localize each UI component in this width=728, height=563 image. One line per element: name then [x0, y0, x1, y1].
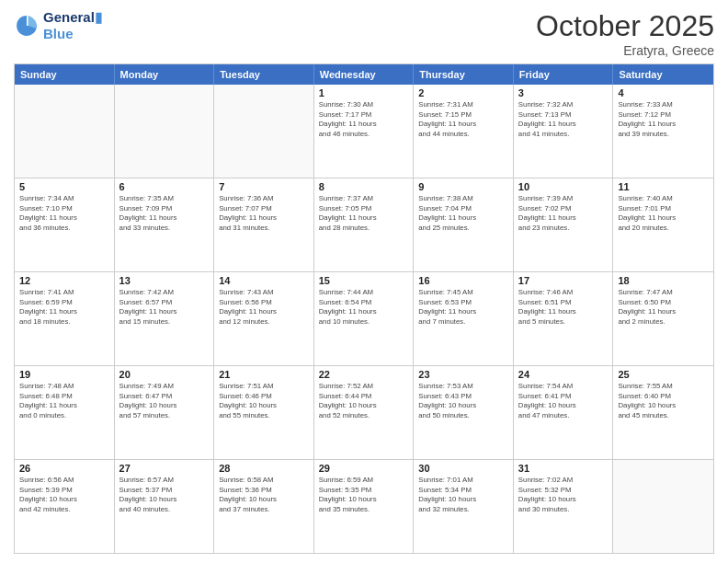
day-info: Sunrise: 6:57 AM Sunset: 5:37 PM Dayligh…	[119, 476, 210, 514]
day-number: 26	[19, 463, 109, 474]
day-info: Sunrise: 7:42 AM Sunset: 6:57 PM Dayligh…	[119, 288, 210, 327]
day-cell-22: 22Sunrise: 7:52 AM Sunset: 6:44 PM Dayli…	[314, 366, 415, 459]
day-number: 3	[518, 87, 609, 98]
calendar: SundayMondayTuesdayWednesdayThursdayFrid…	[14, 63, 714, 554]
day-number: 7	[219, 181, 309, 192]
day-cell-19: 19Sunrise: 7:48 AM Sunset: 6:48 PM Dayli…	[15, 366, 115, 459]
day-header-sunday: Sunday	[15, 64, 115, 85]
day-header-tuesday: Tuesday	[214, 64, 314, 85]
day-number: 20	[119, 369, 210, 380]
day-number: 12	[19, 275, 109, 286]
day-info: Sunrise: 7:37 AM Sunset: 7:05 PM Dayligh…	[319, 194, 409, 233]
day-cell-17: 17Sunrise: 7:46 AM Sunset: 6:51 PM Dayli…	[514, 272, 614, 365]
day-info: Sunrise: 7:30 AM Sunset: 7:17 PM Dayligh…	[319, 100, 409, 139]
day-cell-29: 29Sunrise: 6:59 AM Sunset: 5:35 PM Dayli…	[314, 460, 415, 553]
day-cell-26: 26Sunrise: 6:56 AM Sunset: 5:39 PM Dayli…	[15, 460, 115, 553]
logo-text: General▮ Blue	[43, 9, 102, 41]
day-cell-21: 21Sunrise: 7:51 AM Sunset: 6:46 PM Dayli…	[214, 366, 314, 459]
day-number: 6	[119, 181, 210, 192]
day-number: 2	[418, 87, 508, 98]
day-cell-7: 7Sunrise: 7:36 AM Sunset: 7:07 PM Daylig…	[214, 178, 314, 271]
page: General▮ Blue October 2025 Eratyra, Gree…	[0, 0, 728, 563]
day-cell-15: 15Sunrise: 7:44 AM Sunset: 6:54 PM Dayli…	[314, 272, 415, 365]
day-number: 18	[618, 275, 709, 286]
day-cell-8: 8Sunrise: 7:37 AM Sunset: 7:05 PM Daylig…	[314, 178, 415, 271]
day-cell-28: 28Sunrise: 6:58 AM Sunset: 5:36 PM Dayli…	[214, 460, 314, 553]
day-cell-10: 10Sunrise: 7:39 AM Sunset: 7:02 PM Dayli…	[514, 178, 614, 271]
day-cell-13: 13Sunrise: 7:42 AM Sunset: 6:57 PM Dayli…	[115, 272, 215, 365]
week-row-5: 26Sunrise: 6:56 AM Sunset: 5:39 PM Dayli…	[15, 459, 713, 553]
day-cell-9: 9Sunrise: 7:38 AM Sunset: 7:04 PM Daylig…	[414, 178, 514, 271]
day-number: 1	[319, 87, 409, 98]
day-number: 13	[119, 275, 210, 286]
day-number: 24	[518, 369, 609, 380]
day-info: Sunrise: 7:02 AM Sunset: 5:32 PM Dayligh…	[518, 476, 609, 514]
day-number: 9	[418, 181, 508, 192]
day-info: Sunrise: 7:34 AM Sunset: 7:10 PM Dayligh…	[19, 194, 109, 233]
day-info: Sunrise: 7:48 AM Sunset: 6:48 PM Dayligh…	[19, 382, 109, 420]
day-number: 16	[418, 275, 508, 286]
day-cell-23: 23Sunrise: 7:53 AM Sunset: 6:43 PM Dayli…	[414, 366, 514, 459]
logo: General▮ Blue	[14, 9, 102, 41]
day-header-saturday: Saturday	[613, 64, 713, 85]
day-number: 30	[418, 463, 508, 474]
day-cell-20: 20Sunrise: 7:49 AM Sunset: 6:47 PM Dayli…	[115, 366, 215, 459]
day-info: Sunrise: 7:53 AM Sunset: 6:43 PM Dayligh…	[418, 382, 508, 420]
day-number: 19	[19, 369, 109, 380]
day-info: Sunrise: 7:45 AM Sunset: 6:53 PM Dayligh…	[418, 288, 508, 327]
day-info: Sunrise: 7:49 AM Sunset: 6:47 PM Dayligh…	[119, 382, 210, 420]
day-info: Sunrise: 7:31 AM Sunset: 7:15 PM Dayligh…	[418, 100, 508, 139]
week-row-4: 19Sunrise: 7:48 AM Sunset: 6:48 PM Dayli…	[15, 365, 713, 459]
day-info: Sunrise: 7:46 AM Sunset: 6:51 PM Dayligh…	[518, 288, 609, 327]
day-cell-5: 5Sunrise: 7:34 AM Sunset: 7:10 PM Daylig…	[15, 178, 115, 271]
day-number: 8	[319, 181, 409, 192]
day-header-monday: Monday	[115, 64, 215, 85]
day-info: Sunrise: 7:51 AM Sunset: 6:46 PM Dayligh…	[219, 382, 309, 420]
day-info: Sunrise: 7:36 AM Sunset: 7:07 PM Dayligh…	[219, 194, 309, 233]
day-number: 22	[319, 369, 409, 380]
day-cell-4: 4Sunrise: 7:33 AM Sunset: 7:12 PM Daylig…	[613, 85, 713, 178]
day-info: Sunrise: 7:47 AM Sunset: 6:50 PM Dayligh…	[618, 288, 709, 327]
day-info: Sunrise: 7:01 AM Sunset: 5:34 PM Dayligh…	[418, 476, 508, 514]
day-cell-31: 31Sunrise: 7:02 AM Sunset: 5:32 PM Dayli…	[514, 460, 614, 553]
day-number: 5	[19, 181, 109, 192]
day-cell-25: 25Sunrise: 7:55 AM Sunset: 6:40 PM Dayli…	[613, 366, 713, 459]
day-number: 29	[319, 463, 409, 474]
day-info: Sunrise: 7:33 AM Sunset: 7:12 PM Dayligh…	[618, 100, 709, 139]
day-header-thursday: Thursday	[414, 64, 514, 85]
day-info: Sunrise: 7:55 AM Sunset: 6:40 PM Dayligh…	[618, 382, 709, 420]
day-info: Sunrise: 7:39 AM Sunset: 7:02 PM Dayligh…	[518, 194, 609, 233]
week-row-1: 1Sunrise: 7:30 AM Sunset: 7:17 PM Daylig…	[15, 85, 713, 178]
day-number: 25	[618, 369, 709, 380]
day-number: 23	[418, 369, 508, 380]
day-number: 31	[518, 463, 609, 474]
empty-cell	[613, 460, 713, 553]
calendar-header: SundayMondayTuesdayWednesdayThursdayFrid…	[15, 64, 713, 85]
week-row-2: 5Sunrise: 7:34 AM Sunset: 7:10 PM Daylig…	[15, 178, 713, 271]
day-cell-2: 2Sunrise: 7:31 AM Sunset: 7:15 PM Daylig…	[414, 85, 514, 178]
day-cell-11: 11Sunrise: 7:40 AM Sunset: 7:01 PM Dayli…	[613, 178, 713, 271]
day-number: 28	[219, 463, 309, 474]
day-cell-30: 30Sunrise: 7:01 AM Sunset: 5:34 PM Dayli…	[414, 460, 514, 553]
day-cell-16: 16Sunrise: 7:45 AM Sunset: 6:53 PM Dayli…	[414, 272, 514, 365]
day-header-wednesday: Wednesday	[314, 64, 415, 85]
day-header-friday: Friday	[514, 64, 614, 85]
day-number: 17	[518, 275, 609, 286]
day-info: Sunrise: 7:43 AM Sunset: 6:56 PM Dayligh…	[219, 288, 309, 327]
month-title: October 2025	[536, 9, 714, 43]
day-info: Sunrise: 6:58 AM Sunset: 5:36 PM Dayligh…	[219, 476, 309, 514]
day-cell-12: 12Sunrise: 7:41 AM Sunset: 6:59 PM Dayli…	[15, 272, 115, 365]
empty-cell	[214, 85, 314, 178]
day-cell-14: 14Sunrise: 7:43 AM Sunset: 6:56 PM Dayli…	[214, 272, 314, 365]
day-info: Sunrise: 6:59 AM Sunset: 5:35 PM Dayligh…	[319, 476, 409, 514]
calendar-body: 1Sunrise: 7:30 AM Sunset: 7:17 PM Daylig…	[15, 85, 713, 553]
day-number: 14	[219, 275, 309, 286]
day-info: Sunrise: 7:35 AM Sunset: 7:09 PM Dayligh…	[119, 194, 210, 233]
day-number: 15	[319, 275, 409, 286]
location: Eratyra, Greece	[536, 43, 714, 58]
day-cell-1: 1Sunrise: 7:30 AM Sunset: 7:17 PM Daylig…	[314, 85, 415, 178]
day-number: 21	[219, 369, 309, 380]
day-cell-27: 27Sunrise: 6:57 AM Sunset: 5:37 PM Dayli…	[115, 460, 215, 553]
day-cell-24: 24Sunrise: 7:54 AM Sunset: 6:41 PM Dayli…	[514, 366, 614, 459]
day-info: Sunrise: 7:52 AM Sunset: 6:44 PM Dayligh…	[319, 382, 409, 420]
